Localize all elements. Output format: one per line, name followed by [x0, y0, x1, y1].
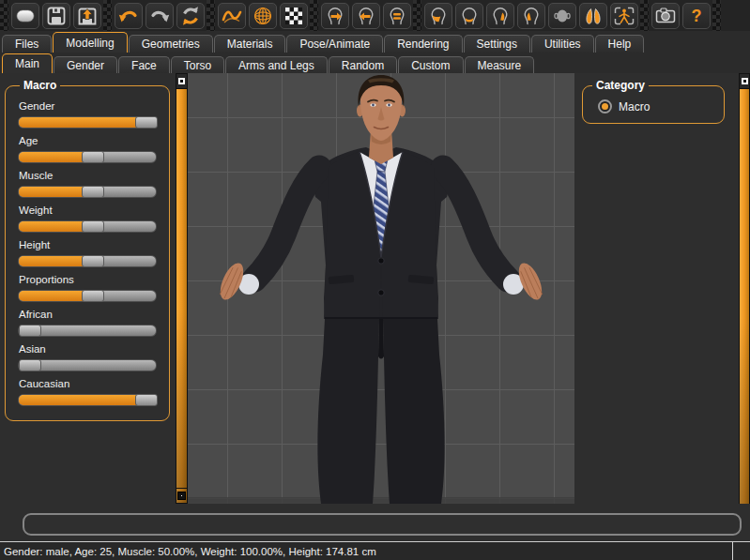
toolbar-group — [421, 0, 640, 31]
slider-label: African — [19, 309, 157, 320]
asian-slider[interactable] — [18, 359, 157, 371]
wireframe-button[interactable] — [249, 3, 277, 29]
subtab-arms-and-legs[interactable]: Arms and Legs — [225, 56, 328, 73]
macro-slider-row: Muscle — [18, 170, 157, 198]
slider-handle[interactable] — [82, 255, 104, 267]
category-option-macro[interactable]: Macro — [598, 99, 716, 114]
reset-button[interactable] — [176, 3, 205, 29]
view-top-button[interactable] — [548, 3, 576, 29]
load-button[interactable] — [73, 3, 101, 29]
subtab-face[interactable]: Face — [118, 56, 170, 73]
tab-utilities[interactable]: Utilities — [531, 35, 594, 53]
subtab-measure[interactable]: Measure — [465, 56, 535, 73]
caucasian-slider[interactable] — [18, 394, 157, 406]
toolbar-group — [318, 0, 413, 31]
smooth-button[interactable] — [218, 3, 246, 29]
slider-handle[interactable] — [82, 151, 104, 163]
tab-help[interactable]: Help — [595, 35, 645, 53]
macro-slider-row: Height — [18, 239, 157, 267]
head-top-icon — [551, 6, 574, 26]
slider-handle[interactable] — [82, 186, 104, 198]
radio-icon — [598, 99, 612, 114]
toolbar-group: ? — [649, 0, 712, 31]
zoom-slider-bottom-button[interactable] — [176, 488, 188, 504]
toolbar-group — [112, 0, 207, 31]
help-button[interactable]: ? — [682, 3, 711, 29]
human-model — [188, 73, 574, 504]
undo-button[interactable] — [115, 3, 143, 29]
radio-label: Macro — [619, 100, 650, 114]
height-slider[interactable] — [18, 255, 157, 267]
svg-text:?: ? — [691, 7, 701, 25]
camera-icon — [654, 6, 677, 26]
right-slider-bar[interactable] — [739, 89, 750, 504]
subtab-torso[interactable]: Torso — [171, 56, 224, 73]
status-bar: Gender: male, Age: 25, Muscle: 50.00%, W… — [0, 541, 750, 560]
gender-slider[interactable] — [18, 116, 157, 129]
slider-fill — [19, 395, 146, 405]
main-area: Macro GenderAgeMuscleWeightHeightProport… — [0, 73, 750, 504]
view-feet-button[interactable] — [579, 3, 607, 29]
subtab-gender[interactable]: Gender — [54, 56, 117, 73]
zoom-slider-top-button[interactable] — [176, 73, 188, 89]
view-left-button[interactable] — [517, 3, 545, 29]
category-groupbox-title: Category — [592, 79, 649, 92]
tab-files[interactable]: Files — [2, 35, 52, 53]
reset-icon — [179, 6, 202, 26]
slider-label: Caucasian — [19, 378, 157, 389]
tab-pose-animate[interactable]: Pose/Animate — [286, 35, 383, 53]
right-slider-top-button[interactable] — [739, 73, 750, 89]
category-groupbox: Category Macro — [582, 79, 725, 124]
slider-handle[interactable] — [82, 220, 104, 233]
toolbar-separator — [0, 0, 8, 31]
age-slider[interactable] — [18, 151, 157, 163]
slider-label: Weight — [19, 204, 157, 216]
subtab-main[interactable]: Main — [2, 53, 53, 73]
right-panel-slider[interactable] — [739, 73, 750, 504]
zoom-slider-bar[interactable] — [176, 89, 188, 488]
proportions-slider[interactable] — [18, 290, 157, 302]
view-face-button[interactable] — [424, 3, 452, 29]
head-face-icon — [427, 6, 450, 26]
slider-handle[interactable] — [135, 394, 158, 406]
wireframe-icon — [252, 6, 274, 26]
weight-slider[interactable] — [18, 220, 157, 233]
african-slider[interactable] — [18, 325, 157, 337]
view-front-button[interactable] — [455, 3, 483, 29]
slider-handle[interactable] — [135, 116, 158, 129]
tab-geometries[interactable]: Geometries — [129, 35, 213, 53]
new-button[interactable] — [11, 3, 39, 29]
viewport-3d[interactable] — [188, 73, 574, 504]
tab-modelling[interactable]: Modelling — [53, 32, 127, 53]
grab-screenshot-button[interactable] — [651, 3, 680, 29]
rotate-right-button[interactable] — [321, 3, 349, 29]
sub-tab-bar: MainGenderFaceTorsoArms and LegsRandomCu… — [0, 53, 750, 73]
toolbar-separator — [310, 0, 318, 31]
macro-slider-row: Age — [18, 135, 157, 163]
subtab-custom[interactable]: Custom — [398, 56, 463, 73]
toolbar: ? — [0, 0, 750, 31]
smooth-icon — [221, 6, 243, 26]
background-button[interactable] — [280, 3, 308, 29]
slider-handle[interactable] — [19, 359, 41, 371]
view-right-button[interactable] — [486, 3, 514, 29]
slider-label: Height — [19, 239, 157, 250]
tab-rendering[interactable]: Rendering — [384, 35, 462, 53]
view-body-button[interactable] — [610, 3, 638, 29]
viewport-zoom-slider[interactable] — [176, 73, 188, 504]
save-button[interactable] — [42, 3, 70, 29]
redo-button[interactable] — [145, 3, 174, 29]
head-arrow-right-icon — [324, 6, 346, 26]
subtab-random[interactable]: Random — [329, 56, 397, 73]
slider-handle[interactable] — [82, 290, 104, 302]
tab-materials[interactable]: Materials — [214, 35, 286, 53]
toolbar-separator — [712, 0, 721, 31]
macro-slider-row: Weight — [18, 204, 157, 233]
muscle-slider[interactable] — [18, 186, 157, 198]
progress-bar — [23, 513, 742, 536]
tab-settings[interactable]: Settings — [464, 35, 530, 53]
rotate-reset-button[interactable] — [383, 3, 411, 29]
rotate-left-button[interactable] — [352, 3, 380, 29]
slider-handle[interactable] — [19, 325, 41, 337]
slider-label: Asian — [19, 343, 157, 355]
